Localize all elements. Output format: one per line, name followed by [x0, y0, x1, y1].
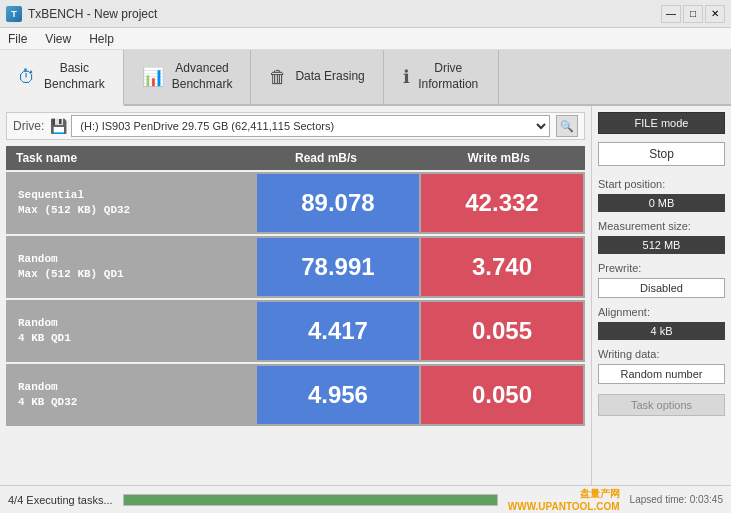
drive-label: Drive:	[13, 119, 44, 133]
row-2-read: 78.991	[257, 238, 419, 296]
table-header: Task name Read mB/s Write mB/s	[6, 146, 585, 170]
alignment-label: Alignment:	[598, 306, 725, 318]
col-header-write: Write mB/s	[412, 146, 585, 170]
data-erasing-icon: 🗑	[269, 67, 287, 88]
table-row: SequentialMax (512 KB) QD32 89.078 42.33…	[6, 172, 585, 234]
status-bar: 4/4 Executing tasks... 盘量产网WWW.UPANTOOL.…	[0, 485, 731, 513]
menu-file[interactable]: File	[4, 30, 31, 48]
title-bar-left: T TxBENCH - New project	[6, 6, 157, 22]
window-title: TxBENCH - New project	[28, 7, 157, 21]
main-area: Drive: 💾 (H:) IS903 PenDrive 29.75 GB (6…	[0, 106, 731, 485]
prewrite-value: Disabled	[598, 278, 725, 298]
row-4-read: 4.956	[257, 366, 419, 424]
prewrite-label: Prewrite:	[598, 262, 725, 274]
menu-view[interactable]: View	[41, 30, 75, 48]
tab-advanced[interactable]: 📊 AdvancedBenchmark	[124, 50, 252, 104]
menu-bar: File View Help	[0, 28, 731, 50]
progress-bar-container	[123, 494, 498, 506]
minimize-button[interactable]: —	[661, 5, 681, 23]
status-text: 4/4 Executing tasks...	[8, 494, 113, 506]
task-options-button[interactable]: Task options	[598, 394, 725, 416]
stop-button[interactable]: Stop	[598, 142, 725, 166]
table-row: RandomMax (512 KB) QD1 78.991 3.740	[6, 236, 585, 298]
file-mode-button[interactable]: FILE mode	[598, 112, 725, 134]
tab-basic[interactable]: ⏱ BasicBenchmark	[0, 50, 124, 106]
right-panel: FILE mode Stop Start position: 0 MB Meas…	[591, 106, 731, 485]
col-header-read: Read mB/s	[240, 146, 413, 170]
advanced-benchmark-icon: 📊	[142, 66, 164, 88]
measurement-size-label: Measurement size:	[598, 220, 725, 232]
start-position-value: 0 MB	[598, 194, 725, 212]
tab-basic-label: BasicBenchmark	[44, 61, 105, 92]
start-position-label: Start position:	[598, 178, 725, 190]
menu-help[interactable]: Help	[85, 30, 118, 48]
results-table: Task name Read mB/s Write mB/s Sequentia…	[6, 146, 585, 479]
tab-erasing[interactable]: 🗑 Data Erasing	[251, 50, 383, 104]
row-1-name: SequentialMax (512 KB) QD32	[8, 184, 255, 223]
writing-data-label: Writing data:	[598, 348, 725, 360]
row-4-write: 0.050	[421, 366, 583, 424]
elapsed-time: 盘量产网WWW.UPANTOOL.COM	[508, 487, 620, 512]
tab-erasing-label: Data Erasing	[295, 69, 364, 85]
row-3-name: Random4 KB QD1	[8, 312, 255, 351]
app-icon: T	[6, 6, 22, 22]
close-button[interactable]: ✕	[705, 5, 725, 23]
col-header-task: Task name	[6, 146, 240, 170]
row-1-write: 42.332	[421, 174, 583, 232]
title-bar: T TxBENCH - New project — □ ✕	[0, 0, 731, 28]
maximize-button[interactable]: □	[683, 5, 703, 23]
drive-bar: Drive: 💾 (H:) IS903 PenDrive 29.75 GB (6…	[6, 112, 585, 140]
row-2-name: RandomMax (512 KB) QD1	[8, 248, 255, 287]
row-3-write: 0.055	[421, 302, 583, 360]
left-panel: Drive: 💾 (H:) IS903 PenDrive 29.75 GB (6…	[0, 106, 591, 485]
alignment-value: 4 kB	[598, 322, 725, 340]
drive-select[interactable]: (H:) IS903 PenDrive 29.75 GB (62,411,115…	[71, 115, 550, 137]
drive-type-icon: 💾	[50, 118, 67, 134]
row-4-name: Random4 KB QD32	[8, 376, 255, 415]
window-controls: — □ ✕	[661, 5, 725, 23]
tab-advanced-label: AdvancedBenchmark	[172, 61, 233, 92]
tab-info-label: DriveInformation	[418, 61, 478, 92]
table-row: Random4 KB QD32 4.956 0.050	[6, 364, 585, 426]
tab-bar: ⏱ BasicBenchmark 📊 AdvancedBenchmark 🗑 D…	[0, 50, 731, 106]
basic-benchmark-icon: ⏱	[18, 67, 36, 88]
measurement-size-value: 512 MB	[598, 236, 725, 254]
row-3-read: 4.417	[257, 302, 419, 360]
progress-bar-fill	[124, 495, 497, 505]
drive-info-icon: ℹ	[403, 66, 410, 88]
writing-data-value: Random number	[598, 364, 725, 384]
row-1-read: 89.078	[257, 174, 419, 232]
table-row: Random4 KB QD1 4.417 0.055	[6, 300, 585, 362]
drive-search-button[interactable]: 🔍	[556, 115, 578, 137]
tab-info[interactable]: ℹ DriveInformation	[384, 50, 499, 104]
lapsed-time: Lapsed time: 0:03:45	[630, 494, 723, 505]
row-2-write: 3.740	[421, 238, 583, 296]
